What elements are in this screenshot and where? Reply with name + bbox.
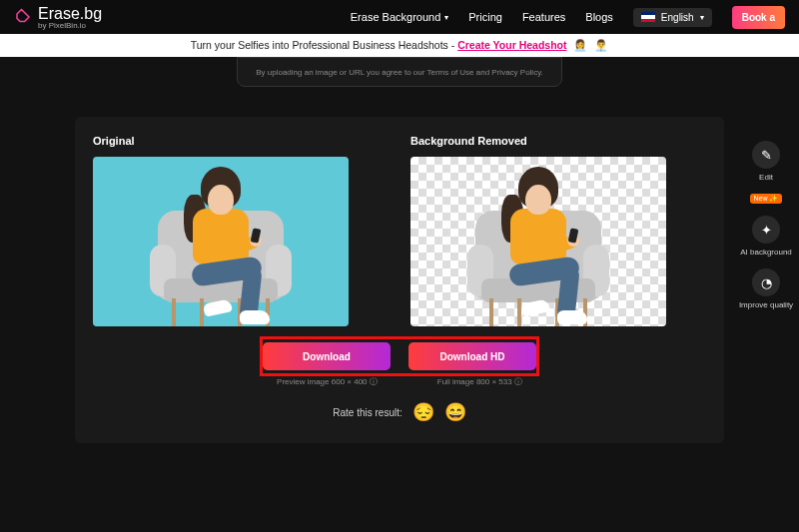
download-row: Download Download HD (93, 342, 706, 370)
nav-erase-background[interactable]: Erase Background ▾ (351, 11, 449, 23)
promo-banner: Turn your Selfies into Professional Busi… (0, 34, 799, 57)
improve-quality-tool[interactable]: ◔ Improve quality (739, 268, 793, 309)
brand-sub: by PixelBin.io (38, 21, 102, 30)
removed-image (410, 157, 666, 326)
removed-column: Background Removed (410, 135, 706, 326)
nav-blogs[interactable]: Blogs (585, 11, 613, 23)
language-selector[interactable]: English ▾ (633, 8, 712, 27)
female-avatar-icon: 👩‍💼 (573, 39, 587, 51)
side-tools: ✎ Edit New ✨ ✦ AI background ◔ Improve q… (732, 141, 799, 309)
removed-label: Background Removed (410, 135, 706, 147)
download-button[interactable]: Download (263, 342, 391, 370)
book-cta-button[interactable]: Book a (732, 6, 785, 29)
edit-tool[interactable]: ✎ Edit (752, 141, 780, 182)
rate-good-button[interactable]: 😄 (444, 401, 466, 423)
original-column: Original (93, 135, 389, 326)
original-label: Original (93, 135, 389, 147)
pencil-icon: ✎ (761, 148, 772, 163)
full-meta: Full image 799 × 532 ⓘ (437, 376, 522, 387)
result-panel: ✎ Edit New ✨ ✦ AI background ◔ Improve q… (75, 117, 724, 443)
ai-background-tool[interactable]: ✦ AI background (740, 216, 792, 257)
nav-features[interactable]: Features (522, 11, 565, 23)
male-avatar-icon: 👨‍💼 (594, 39, 608, 51)
nav-pricing[interactable]: Pricing (468, 11, 502, 23)
create-headshot-link[interactable]: Create Your Headshot (457, 39, 566, 51)
top-nav: Erase.bg by PixelBin.io Erase Background… (0, 0, 799, 34)
chevron-down-icon: ▾ (444, 13, 448, 22)
upload-terms-stub: By uploading an image or URL you agree t… (237, 57, 562, 87)
rate-row: Rate this result: 😔 😄 (93, 401, 706, 423)
chevron-down-icon: ▾ (700, 13, 704, 22)
preview-meta: Preview image 600 × 400 ⓘ (277, 376, 378, 387)
rate-bad-button[interactable]: 😔 (412, 401, 434, 423)
sparkle-wand-icon: ✦ (761, 223, 772, 238)
brand-block[interactable]: Erase.bg by PixelBin.io (14, 5, 102, 30)
image-meta-row: Preview image 600 × 400 ⓘ Full image 800… (93, 376, 706, 387)
download-hd-button[interactable]: Download HD (408, 342, 536, 370)
original-image (93, 157, 349, 326)
enhance-icon: ◔ (761, 275, 772, 290)
new-badge: New ✨ (750, 194, 783, 204)
erase-logo-icon (14, 5, 32, 23)
uk-flag-icon (641, 12, 655, 22)
